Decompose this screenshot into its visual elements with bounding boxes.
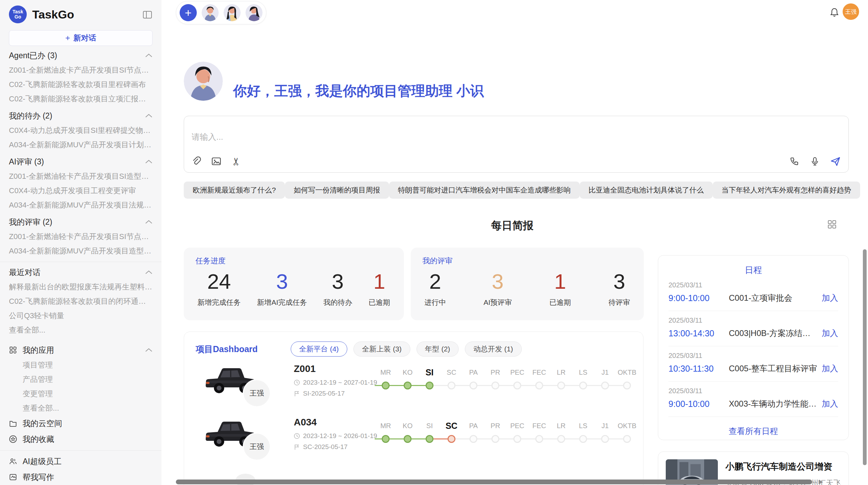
assistant-avatar-1[interactable] xyxy=(202,4,219,21)
assistant-avatar-2[interactable] xyxy=(224,4,241,21)
suggestion-chips: 欧洲新规最近颁布了什么? 如何写一份清晰的项目周报 特朗普可能对进口汽车增税会对… xyxy=(184,182,849,199)
new-chat-button[interactable]: + 新对话 xyxy=(9,30,153,46)
recent-view-all[interactable]: 查看全部... xyxy=(9,323,153,337)
apps-view-all[interactable]: 查看全部... xyxy=(9,401,153,415)
horizontal-scrollbar-thumb[interactable] xyxy=(176,480,812,484)
suggestion-chip[interactable]: 比亚迪全固态电池计划具体说了什么 xyxy=(580,182,713,199)
sidebar-item[interactable]: Z001-全新燃油轻卡产品开发项目SI节点属性5D文件评审 xyxy=(9,229,153,244)
scroll-down-arrow[interactable]: ▼ xyxy=(816,464,822,471)
sidebar-item-cloud-space[interactable]: 我的云空间 xyxy=(9,415,153,431)
apps-grid-icon xyxy=(9,346,17,354)
suggestion-chip[interactable]: 如何写一份清晰的项目周报 xyxy=(285,182,389,199)
sidebar-item[interactable]: C02-飞腾新能源轻客改款项目里程碑画布 xyxy=(9,77,153,92)
sidebar-item-favorites[interactable]: 我的收藏 xyxy=(9,431,153,447)
chat-input[interactable] xyxy=(191,132,604,142)
suggestion-chip[interactable]: 特朗普可能对进口汽车增税会对中国车企造成哪些影响 xyxy=(389,182,580,199)
milestone-node-pending xyxy=(492,382,499,389)
scroll-right-arrow[interactable]: ▶ xyxy=(819,478,823,485)
join-button[interactable]: 加入 xyxy=(822,398,838,409)
schedule-date: 2025/03/11 xyxy=(668,281,838,289)
sidebar-item[interactable]: A034-全新新能源MUV产品开发项目造型可行性评审 xyxy=(9,244,153,258)
milestone-label-current: SI xyxy=(419,366,441,378)
schedule-date: 2025/03/11 xyxy=(668,387,838,395)
sidebar-item-help-writing[interactable]: 帮我写作 xyxy=(9,469,153,485)
view-all-schedule-link[interactable]: 查看所有日程 xyxy=(668,426,838,437)
recent-item[interactable]: 公司Q3轻卡销量 xyxy=(9,309,153,323)
recent-item[interactable]: 解释最新出台的欧盟报废车法规再生塑料比例被调至15%... xyxy=(9,280,153,294)
assistant-avatar-3[interactable] xyxy=(245,4,263,21)
milestone-node-pending xyxy=(448,382,456,389)
task-progress-title: 任务进度 xyxy=(195,256,392,266)
project-row-a034[interactable]: 王强 A034 2023-12-19 ~ 2026-01-19 SC-2025-… xyxy=(196,415,635,466)
tab-all-new-body[interactable]: 全新上装 (3) xyxy=(353,341,410,357)
sidebar-item[interactable]: A034-全新新能源MUV产品开发项目计划变更表编写 xyxy=(9,138,153,152)
news-title: 小鹏飞行汽车制造公司增资 xyxy=(725,461,841,473)
user-avatar[interactable]: 王强 xyxy=(843,3,859,20)
milestone-timeline: MR KO SI SC PA PR PEC FEC LR LS J1 OKTB xyxy=(375,366,638,393)
writing-icon xyxy=(9,473,17,481)
sidebar-item[interactable]: Z001-全新燃油皮卡产品开发项目SI节点Lesson Learn报告 xyxy=(9,63,153,77)
schedule-event-title: C003|H0B-方案冻结评审 xyxy=(729,328,818,339)
milestone-label: LS xyxy=(572,420,594,432)
input-toolbar-right xyxy=(789,156,841,167)
phone-icon[interactable] xyxy=(789,156,800,167)
stat-ai-pre-review: 3 AI预评审 xyxy=(483,269,512,307)
tab-all-new-platform[interactable]: 全新平台 (4) xyxy=(291,341,348,357)
app-logo: Task Go xyxy=(9,5,27,23)
milestone-label: OKTB xyxy=(616,420,638,432)
milestone-node-pending xyxy=(470,435,478,443)
join-button[interactable]: 加入 xyxy=(822,328,838,339)
join-button[interactable]: 加入 xyxy=(822,363,838,374)
project-dashboard-card: 项目Dashboard 全新平台 (4) 全新上装 (3) 年型 (2) 动总开… xyxy=(184,332,643,485)
sidebar-collapse-icon[interactable] xyxy=(142,10,153,20)
stat-pending-review: 3 待评审 xyxy=(608,269,630,307)
schedule-event-title: C001-立项审批会 xyxy=(729,293,818,303)
milestone-label: J1 xyxy=(594,366,616,378)
sidebar-item[interactable]: A034-全新新能源MUV产品开发项目法规符合性评审 xyxy=(9,198,153,212)
send-icon[interactable] xyxy=(830,156,841,167)
image-icon[interactable] xyxy=(211,156,222,167)
notification-bell-icon[interactable] xyxy=(830,8,839,17)
recent-item[interactable]: C02-飞腾新能源轻客改款项目的闭环通告反馈情况 xyxy=(9,294,153,309)
suggestion-chip[interactable]: 当下年轻人对汽车外观有怎样的喜好趋势 xyxy=(713,182,860,199)
section-header-ai-review[interactable]: AI评审 (3) xyxy=(9,154,153,169)
join-button[interactable]: 加入 xyxy=(822,293,838,303)
section-header-recent[interactable]: 最近对话 xyxy=(9,265,153,280)
schedule-date: 2025/03/11 xyxy=(668,316,838,324)
milestone-node-pending xyxy=(492,435,499,443)
milestone-label: J1 xyxy=(594,420,616,432)
sidebar-item-my-apps[interactable]: 我的应用 xyxy=(9,342,153,358)
microphone-icon[interactable] xyxy=(809,156,820,167)
layout-grid-icon[interactable] xyxy=(828,220,836,229)
cloud-space-label: 我的云空间 xyxy=(23,418,62,429)
clock-icon xyxy=(294,433,300,439)
chevron-up-icon xyxy=(145,220,153,224)
suggestion-chip[interactable]: 欧洲新规最近颁布了什么? xyxy=(184,182,285,199)
add-assistant-button[interactable]: + xyxy=(180,4,197,21)
sidebar-item[interactable]: C0X4-动力总成开发项目工程变更评审 xyxy=(9,184,153,198)
tab-year-model[interactable]: 年型 (2) xyxy=(417,341,459,357)
divider xyxy=(0,450,161,451)
flag-icon xyxy=(294,444,300,450)
sidebar-item[interactable]: C02-飞腾新能源轻客改款项目立项汇报方案 xyxy=(9,92,153,106)
scissors-icon[interactable]: ✂ xyxy=(231,156,242,167)
section-header-my-review[interactable]: 我的评审 (2) xyxy=(9,214,153,229)
sidebar-item[interactable]: Z001-全新燃油轻卡产品开发项目SI造型提交物评审 xyxy=(9,169,153,184)
milestone-node-done xyxy=(404,435,412,443)
milestone-label: LS xyxy=(572,366,594,378)
attachment-icon[interactable] xyxy=(191,156,202,167)
app-item-project-mgmt[interactable]: 项目管理 xyxy=(9,358,153,372)
app-item-change-mgmt[interactable]: 变更管理 xyxy=(9,387,153,401)
tab-powertrain-dev[interactable]: 动总开发 (1) xyxy=(465,341,522,357)
section-header-agent-done[interactable]: Agent已办 (3) xyxy=(9,48,153,63)
chevron-up-icon xyxy=(145,270,153,274)
section-header-my-todo[interactable]: 我的待办 (2) xyxy=(9,108,153,123)
chevron-up-icon xyxy=(145,114,153,118)
schedule-item: 2025/03/11 9:00-10:00 X003-车辆动力学性能验... 加… xyxy=(668,382,838,416)
sidebar-item[interactable]: C0X4-动力总成开发项目SI里程碑提交物检查 xyxy=(9,123,153,138)
vertical-scrollbar-thumb[interactable] xyxy=(863,249,867,465)
app-item-product-mgmt[interactable]: 产品管理 xyxy=(9,372,153,387)
sidebar-item-ai-super-staff[interactable]: AI超级员工 xyxy=(9,453,153,469)
project-row-z001[interactable]: 王强 Z001 2023-12-19 ~ 2027-01-19 SI-2025-… xyxy=(196,361,635,413)
stat-new-ai-completed: 3 新增AI完成任务 xyxy=(257,269,307,307)
